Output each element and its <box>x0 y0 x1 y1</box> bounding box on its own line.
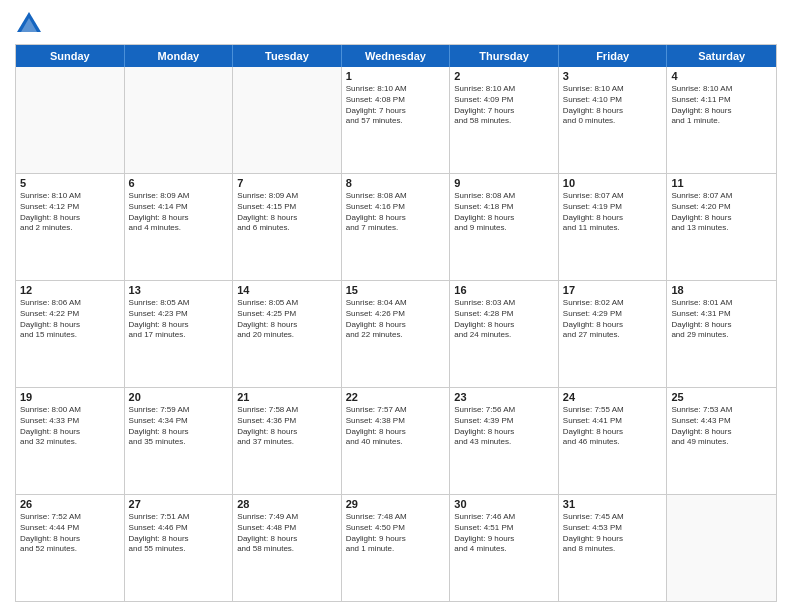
calendar-cell: 26Sunrise: 7:52 AM Sunset: 4:44 PM Dayli… <box>16 495 125 601</box>
day-number: 14 <box>237 284 337 296</box>
calendar-cell: 15Sunrise: 8:04 AM Sunset: 4:26 PM Dayli… <box>342 281 451 387</box>
cell-info: Sunrise: 8:05 AM Sunset: 4:23 PM Dayligh… <box>129 298 229 341</box>
day-number: 15 <box>346 284 446 296</box>
cell-info: Sunrise: 7:48 AM Sunset: 4:50 PM Dayligh… <box>346 512 446 555</box>
cell-info: Sunrise: 7:49 AM Sunset: 4:48 PM Dayligh… <box>237 512 337 555</box>
cell-info: Sunrise: 8:10 AM Sunset: 4:11 PM Dayligh… <box>671 84 772 127</box>
calendar-row: 1Sunrise: 8:10 AM Sunset: 4:08 PM Daylig… <box>16 67 776 174</box>
calendar-cell: 3Sunrise: 8:10 AM Sunset: 4:10 PM Daylig… <box>559 67 668 173</box>
cell-info: Sunrise: 7:52 AM Sunset: 4:44 PM Dayligh… <box>20 512 120 555</box>
calendar-cell: 10Sunrise: 8:07 AM Sunset: 4:19 PM Dayli… <box>559 174 668 280</box>
calendar-cell: 9Sunrise: 8:08 AM Sunset: 4:18 PM Daylig… <box>450 174 559 280</box>
calendar-row: 5Sunrise: 8:10 AM Sunset: 4:12 PM Daylig… <box>16 174 776 281</box>
logo-icon <box>15 10 43 38</box>
calendar-cell: 27Sunrise: 7:51 AM Sunset: 4:46 PM Dayli… <box>125 495 234 601</box>
day-number: 22 <box>346 391 446 403</box>
cell-info: Sunrise: 7:46 AM Sunset: 4:51 PM Dayligh… <box>454 512 554 555</box>
weekday-header: Monday <box>125 45 234 67</box>
day-number: 9 <box>454 177 554 189</box>
day-number: 6 <box>129 177 229 189</box>
cell-info: Sunrise: 8:10 AM Sunset: 4:12 PM Dayligh… <box>20 191 120 234</box>
day-number: 31 <box>563 498 663 510</box>
calendar-cell: 23Sunrise: 7:56 AM Sunset: 4:39 PM Dayli… <box>450 388 559 494</box>
calendar-cell <box>125 67 234 173</box>
calendar-cell: 30Sunrise: 7:46 AM Sunset: 4:51 PM Dayli… <box>450 495 559 601</box>
calendar-row: 12Sunrise: 8:06 AM Sunset: 4:22 PM Dayli… <box>16 281 776 388</box>
calendar-cell: 14Sunrise: 8:05 AM Sunset: 4:25 PM Dayli… <box>233 281 342 387</box>
day-number: 10 <box>563 177 663 189</box>
calendar-cell: 19Sunrise: 8:00 AM Sunset: 4:33 PM Dayli… <box>16 388 125 494</box>
calendar-row: 26Sunrise: 7:52 AM Sunset: 4:44 PM Dayli… <box>16 495 776 601</box>
cell-info: Sunrise: 8:02 AM Sunset: 4:29 PM Dayligh… <box>563 298 663 341</box>
cell-info: Sunrise: 8:08 AM Sunset: 4:16 PM Dayligh… <box>346 191 446 234</box>
calendar-cell: 6Sunrise: 8:09 AM Sunset: 4:14 PM Daylig… <box>125 174 234 280</box>
cell-info: Sunrise: 8:03 AM Sunset: 4:28 PM Dayligh… <box>454 298 554 341</box>
day-number: 3 <box>563 70 663 82</box>
calendar-cell: 20Sunrise: 7:59 AM Sunset: 4:34 PM Dayli… <box>125 388 234 494</box>
calendar-header: SundayMondayTuesdayWednesdayThursdayFrid… <box>16 45 776 67</box>
weekday-header: Thursday <box>450 45 559 67</box>
weekday-header: Friday <box>559 45 668 67</box>
calendar-cell: 4Sunrise: 8:10 AM Sunset: 4:11 PM Daylig… <box>667 67 776 173</box>
day-number: 28 <box>237 498 337 510</box>
page: SundayMondayTuesdayWednesdayThursdayFrid… <box>0 0 792 612</box>
day-number: 12 <box>20 284 120 296</box>
calendar-cell: 1Sunrise: 8:10 AM Sunset: 4:08 PM Daylig… <box>342 67 451 173</box>
cell-info: Sunrise: 8:08 AM Sunset: 4:18 PM Dayligh… <box>454 191 554 234</box>
day-number: 4 <box>671 70 772 82</box>
calendar-cell <box>16 67 125 173</box>
calendar-cell: 2Sunrise: 8:10 AM Sunset: 4:09 PM Daylig… <box>450 67 559 173</box>
calendar-cell: 8Sunrise: 8:08 AM Sunset: 4:16 PM Daylig… <box>342 174 451 280</box>
calendar-cell: 31Sunrise: 7:45 AM Sunset: 4:53 PM Dayli… <box>559 495 668 601</box>
cell-info: Sunrise: 8:09 AM Sunset: 4:14 PM Dayligh… <box>129 191 229 234</box>
day-number: 25 <box>671 391 772 403</box>
day-number: 17 <box>563 284 663 296</box>
cell-info: Sunrise: 8:07 AM Sunset: 4:19 PM Dayligh… <box>563 191 663 234</box>
cell-info: Sunrise: 7:53 AM Sunset: 4:43 PM Dayligh… <box>671 405 772 448</box>
cell-info: Sunrise: 7:58 AM Sunset: 4:36 PM Dayligh… <box>237 405 337 448</box>
day-number: 20 <box>129 391 229 403</box>
day-number: 23 <box>454 391 554 403</box>
calendar-body: 1Sunrise: 8:10 AM Sunset: 4:08 PM Daylig… <box>16 67 776 601</box>
day-number: 27 <box>129 498 229 510</box>
weekday-header: Wednesday <box>342 45 451 67</box>
weekday-header: Saturday <box>667 45 776 67</box>
calendar-cell <box>667 495 776 601</box>
calendar-cell: 25Sunrise: 7:53 AM Sunset: 4:43 PM Dayli… <box>667 388 776 494</box>
day-number: 2 <box>454 70 554 82</box>
calendar-cell: 22Sunrise: 7:57 AM Sunset: 4:38 PM Dayli… <box>342 388 451 494</box>
calendar: SundayMondayTuesdayWednesdayThursdayFrid… <box>15 44 777 602</box>
header <box>15 10 777 38</box>
day-number: 13 <box>129 284 229 296</box>
calendar-cell: 21Sunrise: 7:58 AM Sunset: 4:36 PM Dayli… <box>233 388 342 494</box>
cell-info: Sunrise: 7:59 AM Sunset: 4:34 PM Dayligh… <box>129 405 229 448</box>
day-number: 7 <box>237 177 337 189</box>
day-number: 18 <box>671 284 772 296</box>
day-number: 8 <box>346 177 446 189</box>
weekday-header: Sunday <box>16 45 125 67</box>
day-number: 21 <box>237 391 337 403</box>
calendar-cell: 5Sunrise: 8:10 AM Sunset: 4:12 PM Daylig… <box>16 174 125 280</box>
calendar-row: 19Sunrise: 8:00 AM Sunset: 4:33 PM Dayli… <box>16 388 776 495</box>
day-number: 24 <box>563 391 663 403</box>
cell-info: Sunrise: 8:10 AM Sunset: 4:09 PM Dayligh… <box>454 84 554 127</box>
day-number: 29 <box>346 498 446 510</box>
cell-info: Sunrise: 8:00 AM Sunset: 4:33 PM Dayligh… <box>20 405 120 448</box>
cell-info: Sunrise: 8:06 AM Sunset: 4:22 PM Dayligh… <box>20 298 120 341</box>
calendar-cell <box>233 67 342 173</box>
weekday-header: Tuesday <box>233 45 342 67</box>
cell-info: Sunrise: 7:45 AM Sunset: 4:53 PM Dayligh… <box>563 512 663 555</box>
cell-info: Sunrise: 7:51 AM Sunset: 4:46 PM Dayligh… <box>129 512 229 555</box>
cell-info: Sunrise: 8:09 AM Sunset: 4:15 PM Dayligh… <box>237 191 337 234</box>
cell-info: Sunrise: 8:05 AM Sunset: 4:25 PM Dayligh… <box>237 298 337 341</box>
calendar-cell: 7Sunrise: 8:09 AM Sunset: 4:15 PM Daylig… <box>233 174 342 280</box>
calendar-cell: 18Sunrise: 8:01 AM Sunset: 4:31 PM Dayli… <box>667 281 776 387</box>
logo <box>15 10 47 38</box>
calendar-cell: 13Sunrise: 8:05 AM Sunset: 4:23 PM Dayli… <box>125 281 234 387</box>
cell-info: Sunrise: 7:55 AM Sunset: 4:41 PM Dayligh… <box>563 405 663 448</box>
calendar-cell: 28Sunrise: 7:49 AM Sunset: 4:48 PM Dayli… <box>233 495 342 601</box>
cell-info: Sunrise: 8:07 AM Sunset: 4:20 PM Dayligh… <box>671 191 772 234</box>
calendar-cell: 16Sunrise: 8:03 AM Sunset: 4:28 PM Dayli… <box>450 281 559 387</box>
calendar-cell: 12Sunrise: 8:06 AM Sunset: 4:22 PM Dayli… <box>16 281 125 387</box>
cell-info: Sunrise: 7:57 AM Sunset: 4:38 PM Dayligh… <box>346 405 446 448</box>
